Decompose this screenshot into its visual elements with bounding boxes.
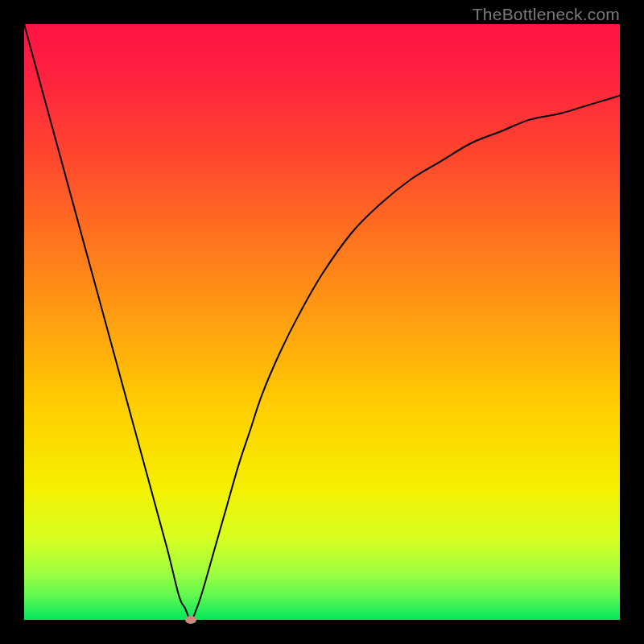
optimum-marker-icon — [185, 616, 196, 624]
outer-frame: TheBottleneck.com — [0, 0, 644, 644]
watermark-text: TheBottleneck.com — [473, 5, 620, 24]
plot-area — [24, 24, 620, 620]
bottleneck-curve — [24, 24, 620, 620]
